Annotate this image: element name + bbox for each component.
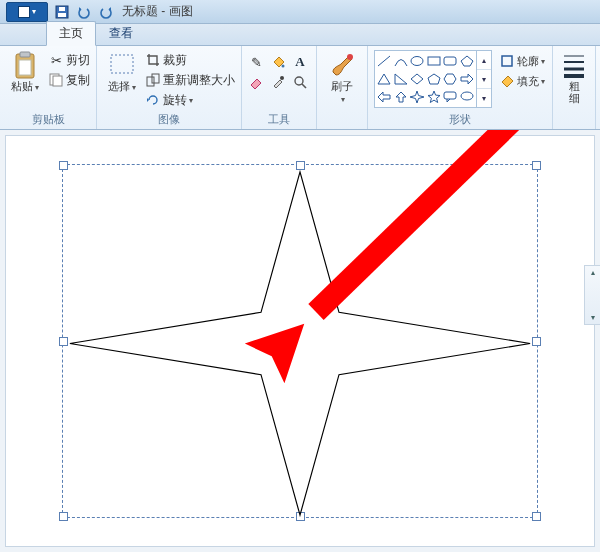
outline-icon: [499, 53, 515, 69]
rotate-button[interactable]: 旋转▾: [143, 90, 237, 110]
group-color1: 颜 色 1: [596, 46, 600, 129]
paste-label: 粘贴: [11, 80, 33, 92]
shapes-scroll-down[interactable]: ▾: [477, 70, 491, 89]
shapes-gallery[interactable]: ▴ ▾ ▾: [374, 50, 492, 108]
text-icon: A: [292, 54, 308, 70]
shapes-scroll: ▴ ▾ ▾: [476, 51, 491, 107]
svg-line-16: [378, 56, 390, 66]
tab-home[interactable]: 主页: [46, 21, 96, 46]
ribbon: 粘贴▾ ✂ 剪切 复制 剪贴板: [0, 46, 600, 130]
size-icon: [558, 50, 590, 80]
shape-triangle[interactable]: [376, 70, 393, 88]
text-tool[interactable]: A: [290, 52, 312, 72]
crop-button[interactable]: 裁剪: [143, 50, 237, 70]
save-icon: [55, 5, 69, 19]
copy-button[interactable]: 复制: [46, 70, 92, 90]
shape-arrow-up[interactable]: [393, 88, 410, 106]
svg-rect-10: [152, 74, 159, 83]
cut-label: 剪切: [66, 52, 90, 69]
svg-point-29: [461, 92, 473, 100]
shape-rect[interactable]: [426, 52, 443, 70]
cut-button[interactable]: ✂ 剪切: [46, 50, 92, 70]
app-icon: [18, 6, 30, 18]
svg-rect-9: [147, 77, 154, 86]
svg-rect-1: [58, 13, 66, 17]
magnifier-tool[interactable]: [290, 72, 312, 92]
shape-oval[interactable]: [409, 52, 426, 70]
group-tools-label: 工具: [246, 111, 312, 129]
system-menu[interactable]: ▾: [6, 2, 48, 22]
shapes-scroll-up[interactable]: ▴: [477, 51, 491, 70]
shape-line[interactable]: [376, 52, 393, 70]
clipboard-icon: [9, 50, 41, 80]
resize-button[interactable]: 重新调整大小: [143, 70, 237, 90]
group-clipboard-label: 剪贴板: [4, 111, 92, 129]
vertical-scrollbar[interactable]: ▴ ▾: [584, 265, 600, 325]
shape-roundrect[interactable]: [442, 52, 459, 70]
svg-line-14: [302, 84, 306, 88]
select-icon: [106, 50, 138, 80]
undo-icon: [77, 5, 91, 19]
shape-star5[interactable]: [426, 88, 443, 106]
bucket-icon: [270, 54, 286, 70]
shape-arrow-left[interactable]: [376, 88, 393, 106]
paste-button[interactable]: 粘贴▾: [4, 48, 46, 95]
brush-button[interactable]: 刷子▾: [321, 48, 363, 107]
copy-label: 复制: [66, 72, 90, 89]
shape-arrow-right[interactable]: [459, 70, 476, 88]
svg-marker-23: [411, 74, 423, 84]
group-size-label: [557, 114, 591, 129]
shape-right-triangle[interactable]: [393, 70, 410, 88]
shape-hexagon[interactable]: [442, 70, 459, 88]
pencil-tool[interactable]: ✎: [246, 52, 268, 72]
qat-undo-button[interactable]: [74, 2, 94, 22]
group-brush: 刷子▾: [317, 46, 368, 129]
svg-rect-2: [59, 7, 65, 11]
shape-polygon[interactable]: [459, 52, 476, 70]
svg-marker-22: [395, 74, 407, 84]
svg-marker-24: [428, 74, 440, 84]
tab-view[interactable]: 查看: [96, 21, 146, 45]
outline-button[interactable]: 轮廓▾: [496, 51, 548, 71]
scissors-icon: ✂: [48, 52, 64, 68]
svg-marker-25: [444, 74, 456, 84]
svg-rect-4: [20, 52, 30, 57]
shape-cloud[interactable]: [459, 88, 476, 106]
chevron-down-icon: ▾: [189, 96, 193, 105]
fill-tool[interactable]: [268, 52, 290, 72]
shape-diamond[interactable]: [409, 70, 426, 88]
chevron-down-icon: ▾: [35, 83, 39, 92]
window-title: 无标题 - 画图: [118, 3, 594, 20]
chevron-down-icon: ▾: [541, 77, 545, 86]
svg-rect-18: [428, 57, 440, 65]
magnifier-icon: [292, 74, 308, 90]
rotate-label: 旋转: [163, 92, 187, 109]
shapes-more[interactable]: ▾: [477, 89, 491, 107]
svg-rect-30: [502, 56, 512, 66]
eraser-icon: [248, 74, 264, 90]
group-shapes: ▴ ▾ ▾ 轮廓▾ 填充▾ 形: [368, 46, 553, 129]
size-button[interactable]: 粗 细: [557, 48, 591, 106]
drawn-shape-star4[interactable]: [66, 168, 534, 519]
resize-label: 重新调整大小: [163, 72, 235, 89]
select-button[interactable]: 选择▾: [101, 48, 143, 95]
svg-point-11: [282, 65, 285, 68]
crop-icon: [145, 52, 161, 68]
shape-curve[interactable]: [393, 52, 410, 70]
canvas[interactable]: [6, 136, 594, 546]
resize-icon: [145, 72, 161, 88]
svg-point-17: [411, 57, 423, 66]
pencil-icon: ✎: [248, 54, 264, 70]
eyedropper-tool[interactable]: [268, 72, 290, 92]
eraser-tool[interactable]: [246, 72, 268, 92]
shape-pentagon[interactable]: [426, 70, 443, 88]
shape-star4[interactable]: [409, 88, 426, 106]
chevron-down-icon: ▾: [32, 7, 36, 16]
shape-callout[interactable]: [442, 88, 459, 106]
qat-save-button[interactable]: [52, 2, 72, 22]
qat-redo-button[interactable]: [96, 2, 116, 22]
ribbon-tabs: 主页 查看: [0, 24, 600, 46]
brush-icon: [326, 50, 358, 80]
fill-button[interactable]: 填充▾: [496, 71, 548, 91]
svg-marker-21: [378, 74, 390, 84]
